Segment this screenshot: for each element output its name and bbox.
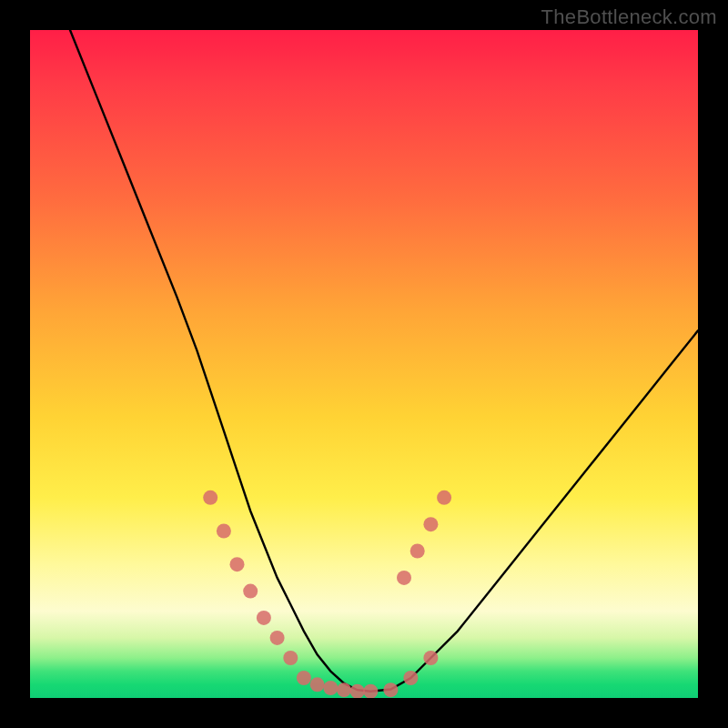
highlight-marker: [203, 490, 217, 505]
watermark-text: TheBottleneck.com: [541, 5, 717, 29]
highlight-marker: [270, 631, 285, 645]
highlight-marker: [283, 651, 298, 665]
highlight-marker: [423, 517, 438, 531]
highlight-marker: [323, 681, 338, 695]
highlight-marker: [230, 557, 245, 571]
highlight-marker: [243, 584, 258, 599]
highlight-marker: [423, 651, 438, 665]
highlight-marker: [410, 544, 425, 559]
chart-overlay: [30, 30, 698, 698]
bottleneck-curve: [70, 30, 698, 692]
highlight-marker: [403, 671, 418, 685]
highlight-marker: [217, 524, 231, 539]
chart-frame: TheBottleneck.com: [0, 0, 728, 728]
highlight-marker: [350, 684, 365, 698]
highlight-marker: [363, 684, 378, 698]
highlight-marker: [337, 682, 351, 697]
highlight-marker: [437, 490, 451, 505]
highlight-marker: [397, 571, 411, 585]
highlight-marker: [257, 611, 271, 625]
highlight-marker: [310, 677, 325, 692]
highlight-marker: [383, 682, 398, 697]
highlight-marker: [297, 671, 311, 685]
